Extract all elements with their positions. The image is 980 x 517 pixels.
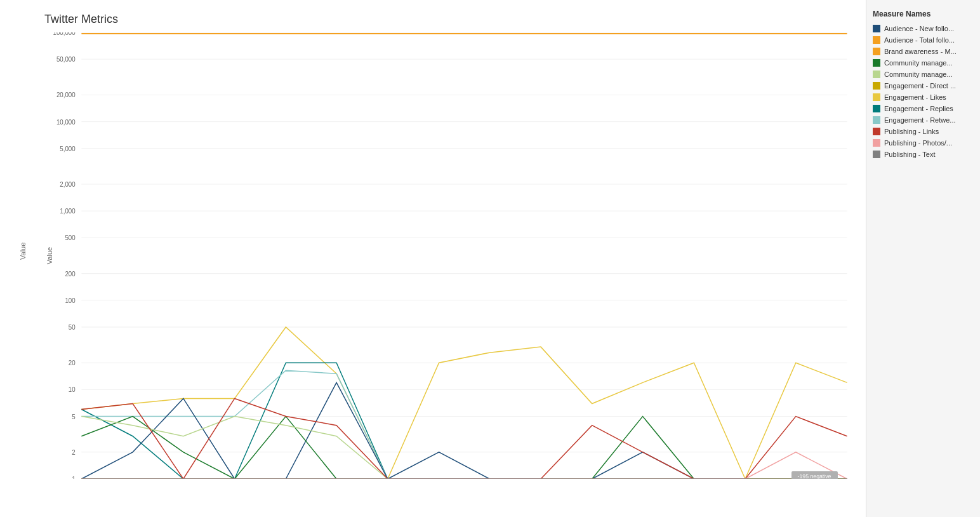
chart-container: Value 100,000 50,000 20,000 10,000 xyxy=(44,32,859,479)
legend-label: Publishing - Photos/... xyxy=(884,139,952,147)
svg-text:1: 1 xyxy=(72,476,76,479)
svg-text:20: 20 xyxy=(69,359,76,366)
svg-text:500: 500 xyxy=(65,234,76,241)
legend-swatch xyxy=(873,36,880,44)
svg-text:2,000: 2,000 xyxy=(60,181,76,188)
svg-text:100: 100 xyxy=(65,297,76,304)
legend-swatch xyxy=(873,82,880,90)
svg-text:10,000: 10,000 xyxy=(56,118,76,125)
legend-item: Engagement - Replies xyxy=(873,105,974,112)
legend-title: Measure Names xyxy=(873,10,974,18)
svg-text:100,000: 100,000 xyxy=(53,32,76,36)
legend-swatch xyxy=(873,116,880,124)
page: Twitter Metrics Value 100,000 50,000 20,… xyxy=(0,0,980,517)
legend-label: Engagement - Likes xyxy=(884,93,946,101)
svg-text:2: 2 xyxy=(72,449,75,456)
legend-item: Engagement - Likes xyxy=(873,93,974,101)
chart-area: Twitter Metrics Value 100,000 50,000 20,… xyxy=(0,0,866,517)
svg-text:20,000: 20,000 xyxy=(56,91,76,98)
svg-text:10: 10 xyxy=(69,386,76,393)
legend-swatch xyxy=(873,70,880,78)
main-chart: 100,000 50,000 20,000 10,000 5,000 2,000… xyxy=(44,32,859,479)
svg-text:5,000: 5,000 xyxy=(60,145,76,152)
legend-swatch xyxy=(873,105,880,112)
svg-text:50: 50 xyxy=(69,324,76,331)
legend-item: Audience - New follo... xyxy=(873,25,974,32)
legend-label: Engagement - Retwe... xyxy=(884,116,956,124)
legend-item: Engagement - Retwe... xyxy=(873,116,974,124)
legend-label: Publishing - Text xyxy=(884,151,936,158)
legend-swatch xyxy=(873,48,880,55)
legend-label: Engagement - Direct ... xyxy=(884,82,956,90)
legend-item: Publishing - Links xyxy=(873,128,974,135)
legend-swatch xyxy=(873,139,880,147)
legend-item: Publishing - Photos/... xyxy=(873,139,974,147)
legend-item: Community manage... xyxy=(873,70,974,78)
legend-item: Community manage... xyxy=(873,59,974,67)
legend-label: Publishing - Links xyxy=(884,128,939,135)
legend-item: Engagement - Direct ... xyxy=(873,82,974,90)
legend-item: Publishing - Text xyxy=(873,151,974,158)
legend-label: Community manage... xyxy=(884,59,953,67)
legend-item: Audience - Total follo... xyxy=(873,36,974,44)
legend-swatch xyxy=(873,25,880,32)
svg-text:Value: Value xyxy=(46,247,53,264)
legend-item: Brand awareness - M... xyxy=(873,48,974,55)
legend-label: Engagement - Replies xyxy=(884,105,953,112)
legend-label: Audience - New follo... xyxy=(884,25,954,32)
legend-swatch xyxy=(873,128,880,135)
svg-text:-195 negative: -195 negative xyxy=(798,473,831,479)
legend-label: Audience - Total follo... xyxy=(884,36,955,44)
legend-swatch xyxy=(873,151,880,158)
chart-title: Twitter Metrics xyxy=(44,13,859,26)
legend-panel: Measure Names Audience - New follo... Au… xyxy=(866,0,980,517)
legend-swatch xyxy=(873,93,880,101)
legend-swatch xyxy=(873,59,880,67)
svg-text:1,000: 1,000 xyxy=(60,208,76,215)
svg-text:50,000: 50,000 xyxy=(56,56,76,63)
legend-label: Community manage... xyxy=(884,70,953,78)
svg-text:5: 5 xyxy=(72,413,76,420)
svg-text:200: 200 xyxy=(65,270,76,277)
legend-items-container: Audience - New follo... Audience - Total… xyxy=(873,25,974,158)
y-axis-label: Value xyxy=(19,242,27,259)
legend-label: Brand awareness - M... xyxy=(884,48,957,55)
